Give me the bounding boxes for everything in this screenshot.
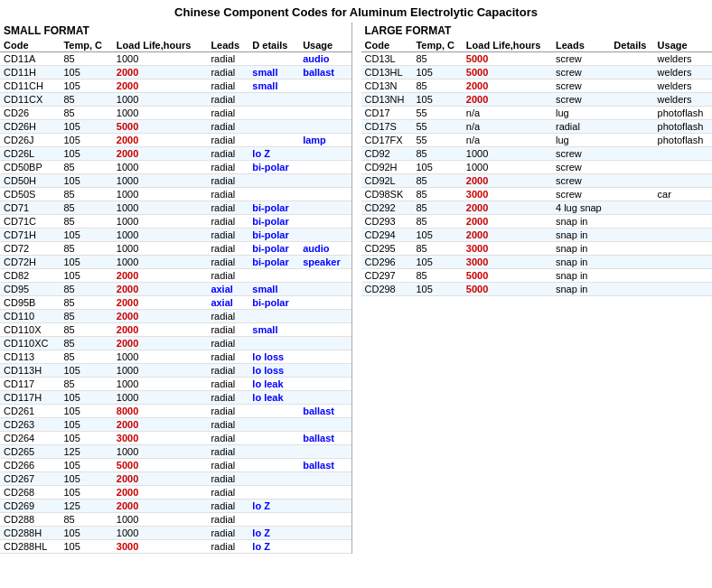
table-row: CD26L1052000radiallo Z <box>0 147 351 161</box>
table-cell: radial <box>207 445 248 459</box>
table-row: CD2928520004 lug snap <box>361 201 713 215</box>
table-cell <box>299 174 351 188</box>
table-row: CD297855000snap in <box>361 269 713 283</box>
table-cell: radial <box>207 229 248 242</box>
table-cell: CD117 <box>0 378 60 391</box>
table-cell: radial <box>207 337 248 350</box>
table-row: CD71C851000radialbi-polar <box>0 215 351 229</box>
table-cell <box>610 174 653 188</box>
table-cell <box>299 269 351 283</box>
table-cell: radial <box>207 364 248 378</box>
table-cell: 105 <box>60 269 112 283</box>
table-row: CD13NH1052000screwwelders <box>361 93 713 107</box>
table-cell: 5000 <box>463 269 552 283</box>
table-cell <box>654 229 712 242</box>
table-cell <box>299 310 351 323</box>
table-cell: CD50S <box>0 188 60 201</box>
sf-col-usage: Usage <box>299 39 351 52</box>
table-row: CD2641053000radialballast <box>0 432 351 445</box>
table-cell: lo leak <box>248 391 299 405</box>
table-cell: small <box>248 283 299 296</box>
table-cell: CD110 <box>0 310 60 323</box>
table-cell <box>610 161 653 174</box>
table-cell <box>299 161 351 174</box>
table-cell: radial <box>207 418 248 432</box>
table-cell: 2000 <box>113 147 208 161</box>
table-cell: radial <box>207 323 248 337</box>
table-cell: 105 <box>412 283 462 296</box>
table-cell: photoflash <box>654 134 712 147</box>
table-cell <box>299 350 351 364</box>
table-cell: radial <box>207 79 248 93</box>
table-cell: 85 <box>412 188 462 201</box>
table-cell: CD72H <box>0 256 60 269</box>
table-cell: screw <box>552 93 610 107</box>
table-cell: ballast <box>299 405 351 418</box>
table-cell <box>610 93 653 107</box>
table-cell <box>299 513 351 527</box>
table-cell: screw <box>552 147 610 161</box>
table-row: CD50S851000radial <box>0 188 351 201</box>
table-cell: lo loss <box>248 364 299 378</box>
table-cell: 85 <box>60 283 112 296</box>
table-row: CD2651251000radial <box>0 445 351 459</box>
table-cell: snap in <box>552 215 610 229</box>
table-row: CD11CH1052000radialsmall <box>0 79 351 93</box>
table-cell: 1000 <box>113 445 208 459</box>
table-cell: radial <box>207 134 248 147</box>
sf-col-leads: Leads <box>207 39 248 52</box>
table-cell: 1000 <box>463 147 552 161</box>
table-cell <box>610 79 653 93</box>
table-cell: 2000 <box>113 134 208 147</box>
table-cell <box>610 269 653 283</box>
table-cell: 1000 <box>113 215 208 229</box>
table-cell: screw <box>552 161 610 174</box>
table-cell: 105 <box>60 134 112 147</box>
table-cell: radial <box>207 120 248 134</box>
table-cell: 3000 <box>463 188 552 201</box>
large-format-title: LARGE FORMAT <box>361 23 713 39</box>
table-cell: 1000 <box>113 107 208 120</box>
table-cell: 4 lug snap <box>552 201 610 215</box>
table-cell: 125 <box>60 445 112 459</box>
table-cell: snap in <box>552 283 610 296</box>
table-row: CD17S55n/aradialphotoflash <box>361 120 713 134</box>
table-cell <box>299 391 351 405</box>
table-cell <box>299 201 351 215</box>
table-row: CD113851000radiallo loss <box>0 350 351 364</box>
table-cell <box>248 337 299 350</box>
table-cell: CD92H <box>361 161 413 174</box>
table-cell: CD92L <box>361 174 413 188</box>
table-row: CD13HL1055000screwwelders <box>361 66 713 79</box>
table-row: CD821052000radial <box>0 269 351 283</box>
table-cell <box>248 120 299 134</box>
table-row: CD2611058000radialballast <box>0 405 351 418</box>
table-cell <box>248 405 299 418</box>
table-row: CD71851000radialbi-polar <box>0 201 351 215</box>
small-format-header-row: Code Temp, C Load Life,hours Leads D eta… <box>0 39 351 52</box>
table-cell: audio <box>299 52 351 66</box>
table-cell <box>299 486 351 499</box>
table-cell: CD110X <box>0 323 60 337</box>
table-cell <box>248 93 299 107</box>
table-cell: CD26H <box>0 120 60 134</box>
table-cell: CD92 <box>361 147 413 161</box>
table-cell: screw <box>552 188 610 201</box>
table-cell: 85 <box>60 323 112 337</box>
table-cell: radial <box>207 93 248 107</box>
table-cell: radial <box>207 174 248 188</box>
table-cell: CD95B <box>0 296 60 310</box>
small-format-title: SMALL FORMAT <box>0 23 351 39</box>
table-cell: welders <box>654 93 712 107</box>
table-cell: CD13NH <box>361 93 413 107</box>
table-cell: axial <box>207 296 248 310</box>
table-cell: radial <box>207 540 248 554</box>
table-cell: 105 <box>60 229 112 242</box>
table-cell <box>248 445 299 459</box>
table-cell: CD293 <box>361 215 413 229</box>
table-cell: 1000 <box>113 350 208 364</box>
table-cell: snap in <box>552 242 610 256</box>
table-cell: CD26L <box>0 147 60 161</box>
table-cell: 2000 <box>113 418 208 432</box>
table-cell <box>248 310 299 323</box>
